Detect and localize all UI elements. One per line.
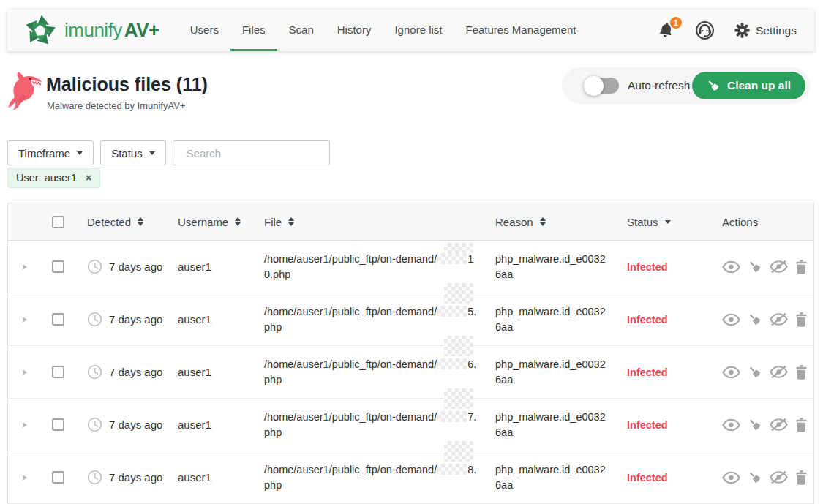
expand-row-caret-icon[interactable] (23, 317, 27, 323)
view-file-button[interactable] (722, 313, 740, 326)
expand-row-caret-icon[interactable] (23, 422, 27, 428)
select-all-checkbox[interactable] (52, 216, 64, 228)
status-dropdown[interactable]: Status (100, 140, 166, 165)
file-path-prefix: /home/auser1/public_ftp/on-demand/ (264, 306, 437, 317)
column-header-detected[interactable]: Detected (74, 216, 178, 228)
clean-file-button[interactable] (748, 260, 762, 274)
navbar-right: 1 (658, 10, 814, 51)
timeframe-dropdown[interactable]: Timeframe (7, 140, 94, 165)
row-checkbox[interactable] (52, 366, 64, 378)
ignore-file-button[interactable] (770, 470, 788, 484)
ignore-file-button[interactable] (770, 365, 788, 379)
broom-icon (748, 470, 762, 485)
sort-icon[interactable] (235, 217, 241, 227)
actions-cell (722, 364, 813, 380)
notification-badge: 1 (670, 17, 682, 29)
file-path-prefix: /home/auser1/public_ftp/on-demand/ (264, 253, 437, 265)
row-checkbox[interactable] (52, 260, 64, 273)
brand-product: AV+ (124, 19, 159, 41)
eye-slash-icon (770, 260, 788, 274)
trash-icon (795, 470, 808, 486)
expand-row-caret-icon[interactable] (23, 475, 27, 481)
eye-slash-icon (770, 312, 788, 326)
view-file-button[interactable] (722, 260, 740, 274)
row-checkbox[interactable] (52, 471, 64, 484)
delete-file-button[interactable] (795, 470, 808, 486)
actions-cell (722, 259, 813, 275)
nav-item-users[interactable]: Users (178, 10, 230, 51)
support-button[interactable] (695, 20, 715, 40)
column-header-file[interactable]: File (264, 216, 495, 228)
imunify-pinwheel-icon (23, 14, 57, 48)
settings-label: Settings (756, 24, 797, 37)
notifications-button[interactable]: 1 (658, 21, 675, 40)
column-header-actions: Actions (722, 216, 813, 228)
clean-file-button[interactable] (748, 470, 762, 485)
expand-row-caret-icon[interactable] (23, 264, 27, 270)
chevron-down-icon (77, 151, 83, 158)
detected-cell: 7 days ago (74, 259, 178, 274)
actions-cell (722, 470, 813, 486)
view-file-button[interactable] (722, 366, 740, 379)
reason-line1: php_malware.id_e0032 (495, 252, 627, 267)
eye-slash-icon (770, 365, 788, 379)
ignore-file-button[interactable] (770, 260, 788, 274)
file-cell: /home/auser1/public_ftp/on-demand/1 0.ph… (264, 252, 495, 282)
file-cell: /home/auser1/public_ftp/on-demand/6. php (264, 357, 495, 388)
sort-icon[interactable] (288, 217, 294, 227)
active-filters-row: User: auser1 × (7, 168, 100, 188)
status-filter-label: Status (111, 147, 143, 159)
column-header-username[interactable]: Username (178, 216, 264, 228)
sort-icon[interactable] (540, 217, 546, 227)
column-header-status[interactable]: Status (627, 216, 722, 228)
file-path-tail: 1 (467, 253, 473, 265)
nav-item-scan[interactable]: Scan (277, 10, 326, 51)
ignore-file-button[interactable] (770, 418, 788, 432)
clean-up-all-button[interactable]: Clean up all (692, 72, 805, 99)
auto-refresh-toggle[interactable] (585, 78, 619, 94)
remove-filter-icon[interactable]: × (86, 173, 91, 183)
nav-item-history[interactable]: History (326, 10, 383, 51)
sort-icon[interactable] (138, 217, 143, 227)
delete-file-button[interactable] (795, 259, 808, 275)
chevron-down-icon (149, 151, 155, 158)
gear-icon (734, 23, 750, 38)
column-header-reason[interactable]: Reason (495, 216, 627, 228)
view-file-button[interactable] (722, 471, 740, 484)
delete-file-button[interactable] (795, 417, 808, 433)
timeframe-label: Timeframe (18, 147, 70, 159)
redacted-filename-blur (437, 464, 467, 475)
clean-file-button[interactable] (748, 418, 762, 432)
username-cell: auser1 (178, 418, 264, 431)
nav-item-files[interactable]: Files (230, 10, 277, 51)
row-checkbox[interactable] (52, 418, 64, 431)
brand-logo[interactable]: imunifyAV+ (7, 10, 159, 51)
reason-line2: 6aa (495, 425, 627, 440)
file-path-prefix: /home/auser1/public_ftp/on-demand/ (264, 411, 437, 423)
actions-cell (722, 417, 813, 433)
settings-button[interactable]: Settings (734, 23, 797, 38)
row-checkbox[interactable] (52, 313, 64, 326)
view-file-button[interactable] (722, 418, 740, 432)
filters-bar: Timeframe Status (7, 140, 330, 165)
trash-icon (795, 364, 808, 380)
ignore-file-button[interactable] (770, 312, 788, 326)
clean-file-button[interactable] (748, 312, 762, 327)
expand-row-caret-icon[interactable] (23, 369, 27, 375)
file-path-prefix: /home/auser1/public_ftp/on-demand/ (264, 358, 437, 370)
detected-value: 7 days ago (109, 260, 162, 273)
column-label: Actions (722, 216, 758, 228)
header-controls: Auto-refresh Clean up all (562, 67, 810, 104)
delete-file-button[interactable] (795, 312, 808, 328)
clean-file-button[interactable] (748, 365, 762, 380)
status-badge: Infected (627, 472, 722, 484)
redacted-filename-blur (437, 253, 467, 264)
search-input[interactable] (187, 147, 332, 159)
delete-file-button[interactable] (795, 364, 808, 380)
detected-cell: 7 days ago (74, 470, 178, 485)
nav-item-ignore-list[interactable]: Ignore list (383, 10, 454, 51)
nav-item-features-management[interactable]: Features Management (454, 10, 588, 51)
detected-cell: 7 days ago (74, 364, 178, 380)
eye-icon (722, 313, 740, 326)
filter-dropdown-icon[interactable] (665, 220, 671, 224)
